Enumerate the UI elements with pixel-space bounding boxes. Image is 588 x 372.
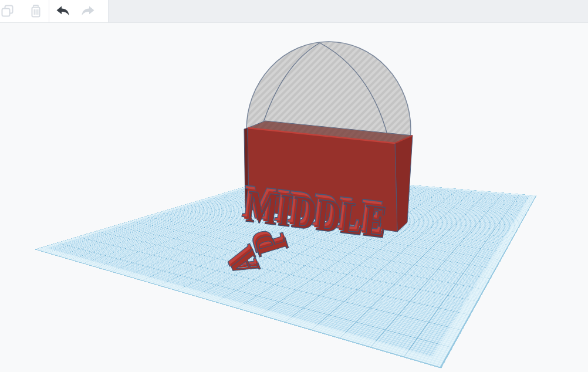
toolbar-separator <box>49 0 49 22</box>
tinkercad-3d-editor: MIDDLE MIDDLE MIDDLE P P P A <box>0 0 588 372</box>
toolbar-separator <box>108 0 109 22</box>
toolbar-left-group <box>0 0 109 22</box>
delete-button[interactable] <box>26 0 46 22</box>
redo-button[interactable] <box>78 0 98 22</box>
duplicate-icon <box>1 4 15 18</box>
redo-icon <box>80 5 96 17</box>
duplicate-button[interactable] <box>0 0 18 22</box>
viewport[interactable]: MIDDLE MIDDLE MIDDLE P P P A <box>0 23 588 372</box>
toolbar <box>0 0 588 23</box>
undo-icon <box>55 5 70 17</box>
delete-icon <box>29 4 42 18</box>
undo-button[interactable] <box>53 0 73 22</box>
